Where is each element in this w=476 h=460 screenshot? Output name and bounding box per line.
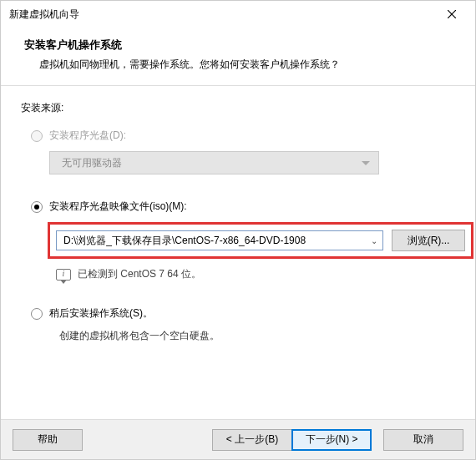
source-label: 安装来源: [21,101,455,115]
page-subtext: 虚拟机如同物理机，需要操作系统。您将如何安装客户机操作系统？ [24,58,452,72]
radio-row-iso[interactable]: 安装程序光盘映像文件(iso)(M): [31,200,455,214]
iso-path-text: D:\浏览器_下载保存目录\CentOS-7-x86_64-DVD-1908 [63,234,306,248]
radio-later-label: 稍后安装操作系统(S)。 [49,306,153,321]
detection-row: 已检测到 CentOS 7 64 位。 [56,267,455,281]
later-description: 创建的虚拟机将包含一个空白硬盘。 [59,329,455,343]
browse-button-label: 浏览(R)... [408,234,450,248]
radio-row-later[interactable]: 稍后安装操作系统(S)。 [31,306,455,321]
wizard-header: 安装客户机操作系统 虚拟机如同物理机，需要操作系统。您将如何安装客户机操作系统？ [1,28,475,86]
back-button-label: < 上一步(B) [226,432,278,447]
radio-row-disc[interactable]: 安装程序光盘(D): [31,129,455,143]
browse-button[interactable]: 浏览(R)... [392,230,465,251]
option-installer-disc: 安装程序光盘(D): 无可用驱动器 [31,129,455,174]
chevron-down-icon: ⌄ [371,236,377,245]
wizard-content: 安装来源: 安装程序光盘(D): 无可用驱动器 安装程序光盘映像文件(iso)(… [1,86,475,372]
driver-dropdown: 无可用驱动器 [49,151,379,174]
window-title: 新建虚拟机向导 [9,8,79,22]
close-button[interactable] [435,3,468,26]
close-icon [448,10,456,18]
driver-dropdown-text: 无可用驱动器 [62,156,122,170]
page-heading: 安装客户机操作系统 [24,38,452,53]
radio-iso [31,201,43,213]
option-iso: 安装程序光盘映像文件(iso)(M): D:\浏览器_下载保存目录\CentOS… [31,200,455,281]
radio-disc-label: 安装程序光盘(D): [49,129,126,143]
back-button[interactable]: < 上一步(B) [212,429,292,451]
cancel-button-label: 取消 [413,432,433,447]
help-button[interactable]: 帮助 [13,429,83,451]
radio-later [31,308,43,320]
chevron-down-icon [362,161,370,165]
info-icon [56,269,71,281]
radio-disc [31,130,43,142]
option-later: 稍后安装操作系统(S)。 创建的虚拟机将包含一个空白硬盘。 [31,306,455,343]
titlebar: 新建虚拟机向导 [1,1,475,28]
iso-highlight-box: D:\浏览器_下载保存目录\CentOS-7-x86_64-DVD-1908 ⌄… [48,222,473,259]
nav-button-group: < 上一步(B) 下一步(N) > [212,429,372,451]
cancel-button[interactable]: 取消 [383,429,463,451]
next-button[interactable]: 下一步(N) > [291,429,372,451]
radio-iso-label: 安装程序光盘映像文件(iso)(M): [49,200,187,214]
detection-text: 已检测到 CentOS 7 64 位。 [78,267,201,281]
next-button-label: 下一步(N) > [306,432,358,447]
wizard-footer: 帮助 < 上一步(B) 下一步(N) > 取消 [1,419,475,459]
help-button-label: 帮助 [38,432,58,447]
iso-path-combo[interactable]: D:\浏览器_下载保存目录\CentOS-7-x86_64-DVD-1908 ⌄ [56,230,383,250]
